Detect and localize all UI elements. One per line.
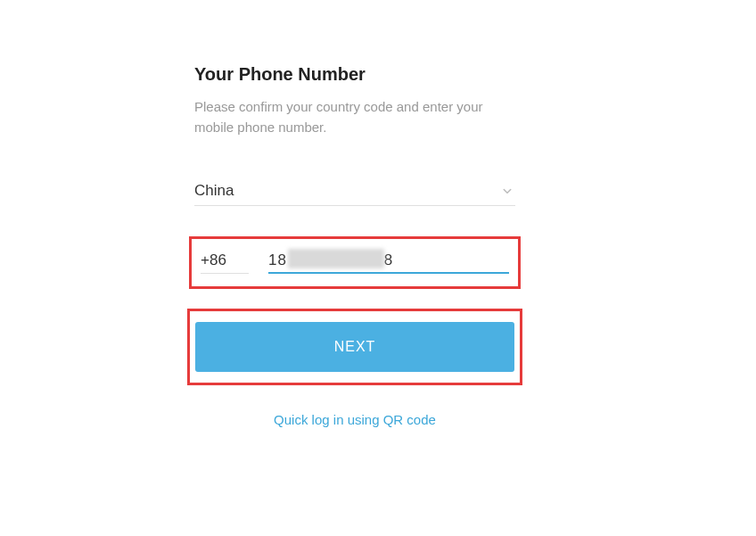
phone-input-row bbox=[201, 252, 509, 274]
country-code-input[interactable] bbox=[201, 252, 249, 269]
page-subtitle: Please confirm your country code and ent… bbox=[194, 97, 515, 137]
page-title: Your Phone Number bbox=[194, 64, 515, 85]
country-label: China bbox=[194, 182, 234, 200]
qr-login-link[interactable]: Quick log in using QR code bbox=[194, 412, 515, 427]
chevron-down-icon bbox=[499, 183, 515, 199]
redacted-overlay bbox=[288, 249, 384, 268]
login-phone-panel: Your Phone Number Please confirm your co… bbox=[194, 0, 515, 427]
next-button[interactable]: NEXT bbox=[195, 322, 514, 372]
country-selector[interactable]: China bbox=[194, 182, 515, 206]
next-highlight-box: NEXT bbox=[187, 309, 522, 385]
country-code-wrap bbox=[201, 252, 249, 274]
phone-number-wrap bbox=[268, 252, 509, 274]
phone-highlight-box bbox=[189, 236, 521, 289]
